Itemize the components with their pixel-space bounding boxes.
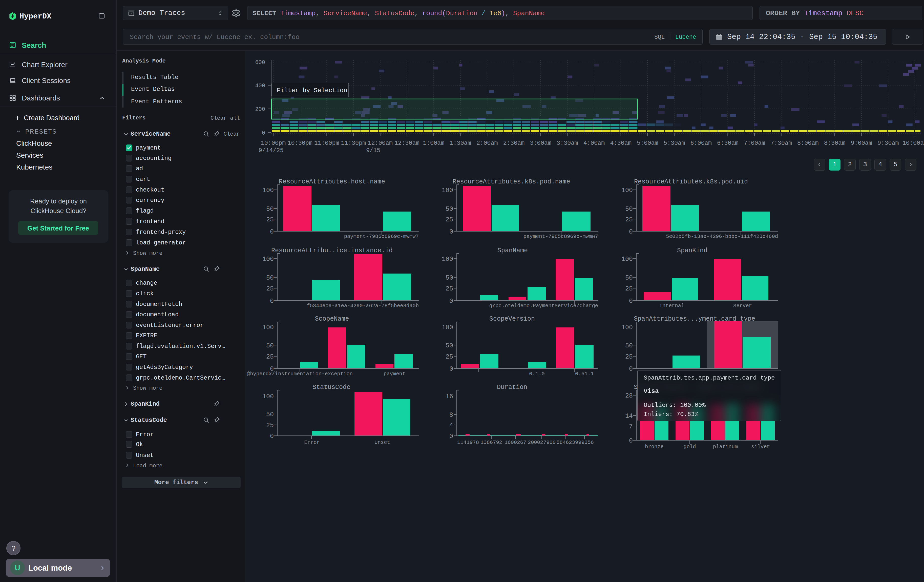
svg-text:100: 100 <box>262 393 274 400</box>
svg-text:100: 100 <box>442 256 453 263</box>
svg-text:25: 25 <box>266 216 274 223</box>
svg-text:25: 25 <box>446 285 453 292</box>
svg-text:100: 100 <box>621 256 633 263</box>
svg-text:0: 0 <box>270 433 274 440</box>
svg-text:25: 25 <box>446 216 453 223</box>
svg-text:ResourceAttributes.k8s.pod.nam: ResourceAttributes.k8s.pod.name <box>452 178 570 185</box>
svg-text:1141978: 1141978 <box>457 440 479 445</box>
svg-text:25: 25 <box>446 353 453 361</box>
svg-text:50: 50 <box>446 274 453 282</box>
svg-text:50: 50 <box>266 411 274 418</box>
svg-text:999356: 999356 <box>575 440 594 445</box>
svg-text:25: 25 <box>625 285 633 292</box>
svg-text:14: 14 <box>625 412 633 420</box>
svg-text:100: 100 <box>262 187 274 194</box>
svg-text:f5344ec9-a1ea-4290-a62a-78f5be: f5344ec9-a1ea-4290-a62a-78f5bee8d90b <box>307 303 419 309</box>
svg-text:payment-7985c8969c-mwmw7: payment-7985c8969c-mwmw7 <box>344 234 419 239</box>
svg-text:50: 50 <box>625 274 633 282</box>
svg-text:50: 50 <box>625 206 633 213</box>
svg-text:0.1.0: 0.1.0 <box>529 371 545 377</box>
svg-text:50: 50 <box>266 274 274 282</box>
svg-text:100: 100 <box>262 256 274 263</box>
svg-text:16: 16 <box>446 393 453 400</box>
svg-text:ScopeName: ScopeName <box>315 315 349 323</box>
svg-text:grpc.oteldemo.PaymentService/C: grpc.oteldemo.PaymentService/Charge <box>489 303 598 309</box>
svg-text:50: 50 <box>446 342 453 350</box>
svg-text:Unset: Unset <box>375 440 390 445</box>
svg-text:SpanKind: SpanKind <box>677 247 708 254</box>
svg-text:Internal: Internal <box>659 303 684 309</box>
svg-text:0: 0 <box>629 298 633 305</box>
svg-text:SpanName: SpanName <box>497 247 528 254</box>
svg-text:0: 0 <box>449 228 453 236</box>
svg-text:bronze: bronze <box>645 444 664 450</box>
svg-text:ResourceAttributes.k8s.pod.uid: ResourceAttributes.k8s.pod.uid <box>634 178 748 185</box>
svg-text:0: 0 <box>449 298 453 305</box>
svg-text:100: 100 <box>442 324 453 331</box>
svg-text:25: 25 <box>625 353 633 361</box>
svg-text:5e02b5fb-13ae-4296-bbbc-111f42: 5e02b5fb-13ae-4296-bbbc-111f423c460d <box>666 234 778 239</box>
svg-text:StatusCode: StatusCode <box>312 384 350 391</box>
svg-text:payment: payment <box>384 371 405 377</box>
svg-text:25: 25 <box>625 216 633 223</box>
svg-text:100: 100 <box>621 187 633 194</box>
svg-text:100: 100 <box>621 324 633 331</box>
svg-text:100: 100 <box>262 324 274 331</box>
svg-text:silver: silver <box>751 444 770 450</box>
svg-text:platinum: platinum <box>713 444 738 450</box>
svg-text:@hyperdx/instrumentation-excep: @hyperdx/instrumentation-exception <box>247 371 353 377</box>
svg-text:1600267: 1600267 <box>505 440 526 445</box>
svg-text:4: 4 <box>449 422 453 429</box>
svg-text:ResourceAttributes.host.name: ResourceAttributes.host.name <box>279 178 385 185</box>
svg-text:gold: gold <box>683 444 696 450</box>
svg-text:28: 28 <box>625 392 633 399</box>
svg-text:200027900: 200027900 <box>528 440 556 445</box>
svg-text:0: 0 <box>270 228 274 236</box>
svg-text:50: 50 <box>266 206 274 213</box>
svg-text:ResourceAttribu..ice.instance.: ResourceAttribu..ice.instance.id <box>271 247 393 254</box>
svg-text:0: 0 <box>449 433 453 440</box>
svg-text:0: 0 <box>629 365 633 373</box>
svg-text:ScopeVersion: ScopeVersion <box>489 315 535 323</box>
svg-text:25: 25 <box>266 285 274 292</box>
svg-text:Server: Server <box>733 303 752 309</box>
svg-text:Duration: Duration <box>497 384 527 391</box>
svg-text:0: 0 <box>449 365 453 373</box>
svg-text:25: 25 <box>266 353 274 361</box>
svg-text:Error: Error <box>304 440 320 445</box>
svg-text:0: 0 <box>629 437 633 445</box>
svg-text:50: 50 <box>625 342 633 350</box>
svg-text:8: 8 <box>449 411 453 419</box>
svg-text:100: 100 <box>442 187 453 194</box>
svg-text:25: 25 <box>266 422 274 429</box>
svg-text:0: 0 <box>270 298 274 305</box>
svg-text:50: 50 <box>446 206 453 213</box>
svg-text:7: 7 <box>629 423 633 430</box>
svg-text:0: 0 <box>629 228 633 236</box>
svg-text:payment-7985c8969c-mwmw7: payment-7985c8969c-mwmw7 <box>523 234 598 239</box>
svg-text:1386792: 1386792 <box>480 440 502 445</box>
svg-text:50: 50 <box>266 342 274 350</box>
svg-text:0.51.1: 0.51.1 <box>575 371 594 377</box>
svg-text:584623: 584623 <box>556 440 575 445</box>
